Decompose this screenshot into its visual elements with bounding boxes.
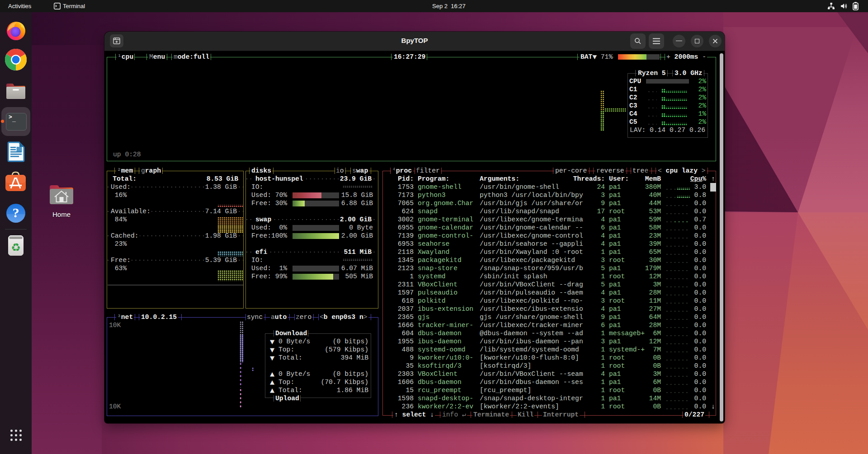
svg-text:?: ? [13,205,19,220]
svg-text:♻: ♻ [11,241,21,253]
